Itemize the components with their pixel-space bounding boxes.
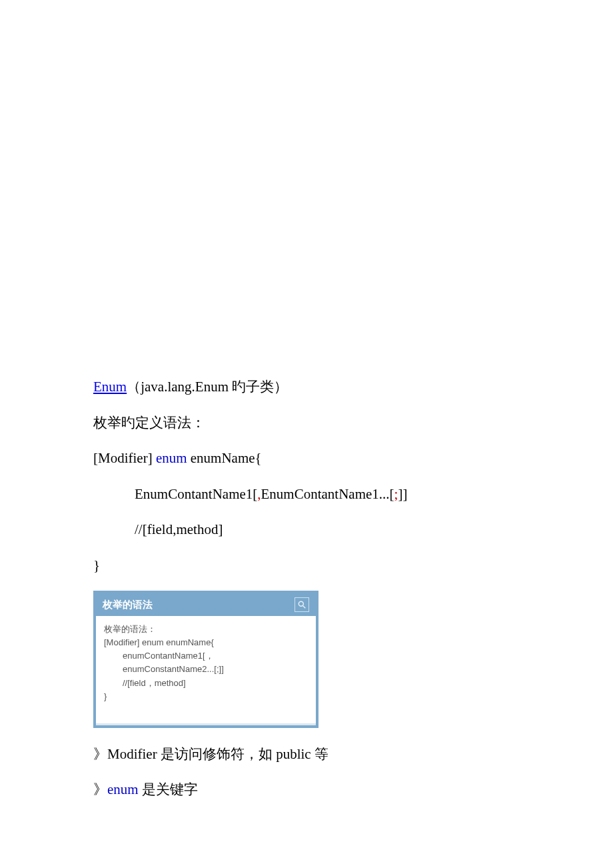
syntax-modifier-text: [Modifier] xyxy=(93,450,156,466)
syntax-line1: [Modifier] enum enumName{ xyxy=(93,448,520,469)
slide-line4: enumConstantName2...[;]] xyxy=(104,663,308,676)
slide-line3: enumContantName1[， xyxy=(104,649,308,663)
syntax-slide-box: 枚举的语法 枚举的语法： [Modifier] enum enumName{ e… xyxy=(93,591,318,728)
line-enum-subclass: Enum（java.lang.Enum 旳子类） xyxy=(93,377,520,398)
line-definition-heading: 枚举旳定义语法： xyxy=(93,413,520,434)
slide-line6: } xyxy=(104,690,308,703)
slide-line2: [Modifier] enum enumName{ xyxy=(104,636,308,649)
syntax-const2: EnumContantName1...[ xyxy=(261,486,394,502)
enum-link[interactable]: Enum xyxy=(93,379,127,395)
note2-suffix: 是关键字 xyxy=(139,781,198,797)
svg-point-0 xyxy=(299,601,303,606)
syntax-line4: } xyxy=(93,555,520,577)
slide-body: 枚举的语法： [Modifier] enum enumName{ enumCon… xyxy=(96,616,316,725)
magnify-icon xyxy=(295,597,309,612)
note2-keyword: enum xyxy=(107,781,139,797)
svg-line-1 xyxy=(303,606,306,609)
slide-line1: 枚举的语法： xyxy=(104,623,308,636)
syntax-line3: //[field,method] xyxy=(93,519,520,541)
note2-prefix: 》 xyxy=(93,781,107,797)
syntax-name-text: enumName{ xyxy=(187,450,262,466)
enum-keyword: enum xyxy=(156,450,187,466)
slide-title: 枚举的语法 xyxy=(103,599,153,611)
note-enum-keyword: 》enum 是关键字 xyxy=(93,779,520,801)
note-modifier: 》Modifier 是访问修饰符，如 public 等 xyxy=(93,744,520,765)
slide-header: 枚举的语法 xyxy=(96,593,316,616)
document-page: Enum（java.lang.Enum 旳子类） 枚举旳定义语法： [Modif… xyxy=(0,0,613,855)
line1-rest: （java.lang.Enum 旳子类） xyxy=(127,379,288,395)
syntax-const1: EnumContantName1[ xyxy=(135,486,257,502)
syntax-line2: EnumContantName1[,EnumContantName1...[;]… xyxy=(93,484,520,505)
slide-line5: //[field，method] xyxy=(104,677,308,690)
syntax-end: ]] xyxy=(398,486,407,502)
